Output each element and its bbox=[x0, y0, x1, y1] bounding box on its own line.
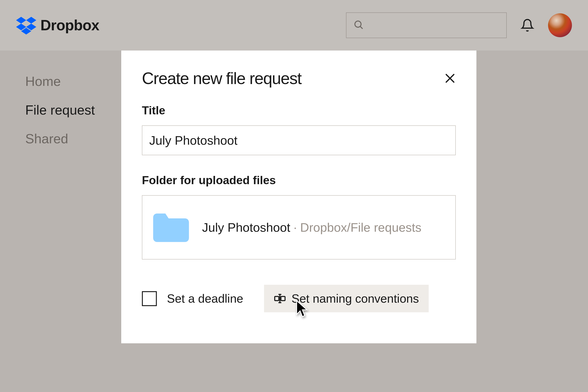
title-field-label: Title bbox=[142, 104, 456, 117]
folder-name: July Photoshoot bbox=[202, 220, 290, 234]
close-icon bbox=[444, 72, 456, 84]
options-row: Set a deadline Set naming conventions bbox=[142, 285, 456, 312]
deadline-checkbox[interactable] bbox=[142, 291, 157, 306]
folder-path: Dropbox/File requests bbox=[300, 220, 421, 234]
header-right bbox=[346, 12, 572, 38]
search-input[interactable] bbox=[346, 12, 507, 38]
folder-separator: · bbox=[293, 220, 297, 234]
svg-rect-5 bbox=[281, 296, 285, 300]
naming-conventions-button[interactable]: Set naming conventions bbox=[264, 285, 429, 312]
search-icon bbox=[353, 20, 364, 31]
brand-name: Dropbox bbox=[40, 17, 99, 34]
sidebar-item-file-request[interactable]: File request bbox=[25, 102, 95, 118]
bell-icon[interactable] bbox=[521, 18, 534, 32]
modal-header: Create new file request bbox=[142, 69, 456, 88]
close-button[interactable] bbox=[444, 72, 456, 84]
dropbox-icon bbox=[16, 15, 36, 35]
svg-point-0 bbox=[355, 21, 361, 27]
folder-path-text: July Photoshoot · Dropbox/File requests bbox=[202, 220, 422, 234]
sidebar-item-shared[interactable]: Shared bbox=[25, 131, 95, 146]
folder-field-label: Folder for uploaded files bbox=[142, 174, 456, 187]
sidebar: Home File request Shared bbox=[25, 74, 95, 146]
svg-rect-4 bbox=[275, 296, 279, 300]
deadline-option[interactable]: Set a deadline bbox=[142, 291, 243, 306]
create-file-request-modal: Create new file request Title Folder for… bbox=[121, 50, 476, 343]
sidebar-item-home[interactable]: Home bbox=[25, 74, 95, 89]
naming-label: Set naming conventions bbox=[292, 292, 419, 306]
brand-logo[interactable]: Dropbox bbox=[16, 15, 99, 35]
folder-icon bbox=[151, 210, 191, 244]
svg-line-1 bbox=[360, 27, 363, 29]
app-header: Dropbox bbox=[0, 0, 588, 50]
folder-selector[interactable]: July Photoshoot · Dropbox/File requests bbox=[142, 195, 456, 260]
deadline-label: Set a deadline bbox=[167, 292, 243, 306]
title-input[interactable] bbox=[142, 126, 456, 155]
text-cursor-icon bbox=[274, 292, 286, 305]
modal-title: Create new file request bbox=[142, 69, 301, 88]
avatar[interactable] bbox=[548, 13, 572, 37]
